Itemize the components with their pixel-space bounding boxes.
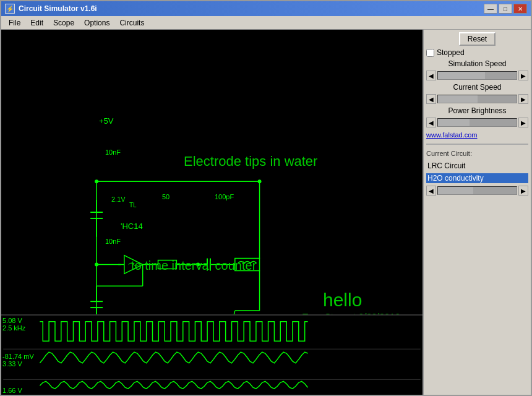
main-content: +5V 10nF 10nF 100pF 50 2.1V TL 'HC14 Ele… xyxy=(1,30,531,395)
cap3-label: 100pF xyxy=(215,193,234,200)
power-brightness-left-arrow[interactable]: ◀ xyxy=(426,118,436,127)
sim-speed-right-arrow[interactable]: ▶ xyxy=(518,71,528,80)
close-button[interactable]: ✕ xyxy=(513,4,527,14)
power-brightness-slider-row: ◀ ▶ xyxy=(426,118,528,127)
scope-area: 5.08 V 2.5 kHz -81.74 mV 3.33 V 1.66 V xyxy=(1,314,423,395)
menu-bar: File Edit Scope Options Circuits xyxy=(1,16,531,30)
stopped-row: Stopped xyxy=(426,48,528,57)
ic-label: TL xyxy=(129,202,137,209)
svg-point-31 xyxy=(95,179,98,183)
reset-button[interactable]: Reset xyxy=(459,32,496,46)
voltage-node-label: 2.1V xyxy=(111,196,126,203)
counter-text: to time interval counter xyxy=(131,259,256,273)
bottom-left-arrow[interactable]: ◀ xyxy=(426,186,436,196)
cap1-label: 10nF xyxy=(105,148,121,156)
current-speed-slider-row: ◀ ▶ xyxy=(426,94,528,104)
bottom-slider-row: ◀ ▶ xyxy=(426,186,528,196)
right-panel: Reset Stopped Simulation Speed ◀ ▶ Curre… xyxy=(423,30,531,395)
divider xyxy=(426,144,528,145)
menu-options[interactable]: Options xyxy=(79,17,114,28)
simulation-speed-label: Simulation Speed xyxy=(426,59,528,68)
h2o-conductivity-item[interactable]: H2O conductivity xyxy=(426,173,528,183)
power-brightness-label: Power Brightness xyxy=(426,106,528,115)
svg-point-32 xyxy=(258,179,262,183)
voltage-label: +5V xyxy=(99,116,114,126)
circuit-area: +5V 10nF 10nF 100pF 50 2.1V TL 'HC14 Ele… xyxy=(1,30,423,395)
current-circuit-label: Current Circuit: xyxy=(426,148,528,158)
title-bar-left: ⚡ Circuit Simulator v1.6i xyxy=(5,4,97,14)
app-icon: ⚡ xyxy=(5,4,15,14)
current-speed-right-arrow[interactable]: ▶ xyxy=(518,94,528,104)
current-speed-track[interactable] xyxy=(437,95,517,103)
bottom-slider-track[interactable] xyxy=(437,186,517,195)
hc14-label: 'HC14 xyxy=(121,222,143,231)
menu-circuits[interactable]: Circuits xyxy=(114,17,149,28)
current-speed-left-arrow[interactable]: ◀ xyxy=(426,94,436,104)
svg-point-30 xyxy=(95,263,98,267)
window-title: Circuit Simulator v1.6i xyxy=(19,4,97,13)
lrc-circuit-item[interactable]: LRC Circuit xyxy=(426,161,528,171)
stopped-label: Stopped xyxy=(437,48,465,57)
sim-speed-left-arrow[interactable]: ◀ xyxy=(426,71,436,80)
cap2-label: 10nF xyxy=(105,238,121,245)
scope-svg xyxy=(1,316,423,395)
hello-text: hello xyxy=(323,290,362,311)
simulation-speed-track[interactable] xyxy=(437,71,517,80)
bottom-right-arrow[interactable]: ▶ xyxy=(518,186,528,196)
resistor-label: 50 xyxy=(162,193,169,200)
simulation-speed-slider-row: ◀ ▶ xyxy=(426,71,528,80)
menu-edit[interactable]: Edit xyxy=(25,17,48,28)
power-brightness-track[interactable] xyxy=(437,118,517,127)
menu-scope[interactable]: Scope xyxy=(48,17,79,28)
power-brightness-right-arrow[interactable]: ▶ xyxy=(518,118,528,127)
website-link[interactable]: www.falstad.com xyxy=(426,130,528,140)
stopped-checkbox[interactable] xyxy=(426,49,434,57)
main-window: ⚡ Circuit Simulator v1.6i — □ ✕ File Edi… xyxy=(0,0,532,396)
title-bar: ⚡ Circuit Simulator v1.6i — □ ✕ xyxy=(1,1,531,16)
minimize-button[interactable]: — xyxy=(484,4,497,14)
electrode-text: Electrode tips in water xyxy=(184,153,317,170)
menu-file[interactable]: File xyxy=(4,17,25,28)
current-speed-label: Current Speed xyxy=(426,83,528,92)
window-controls: — □ ✕ xyxy=(484,4,527,14)
maximize-button[interactable]: □ xyxy=(499,4,512,14)
